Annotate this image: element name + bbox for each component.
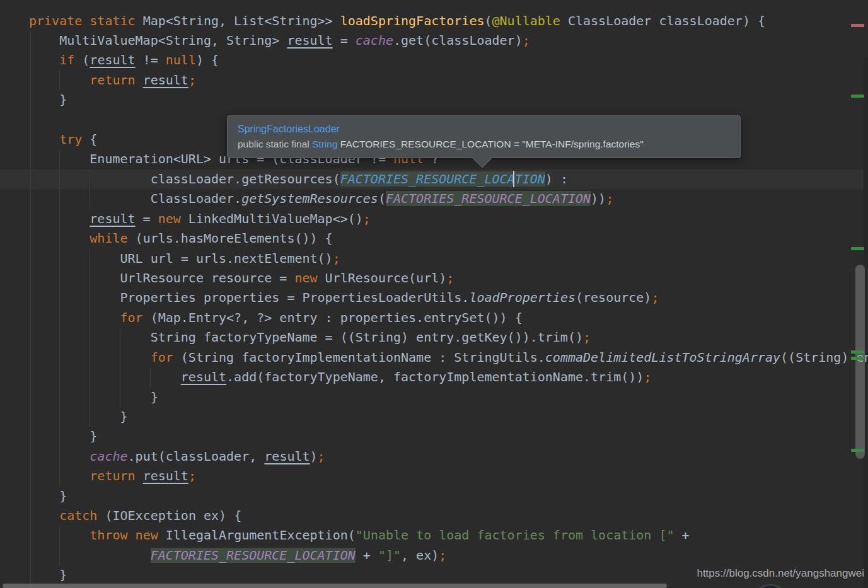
code-token: UrlResource(url) [318, 270, 447, 285]
code-token: } [29, 488, 67, 504]
code-token: return [90, 468, 135, 483]
code-token: cache [356, 33, 393, 48]
code-token [29, 52, 59, 67]
code-token: = [136, 211, 158, 226]
code-token: (IOException ex) { [97, 508, 241, 523]
code-token [29, 548, 151, 563]
code-token: FACTORIES_RESOURCE_LOCATION [386, 191, 591, 206]
code-line[interactable]: private static Map<String, List<String>>… [29, 11, 868, 31]
code-line[interactable]: UrlResource resource = new UrlResource(u… [29, 268, 868, 288]
code-token: , ex) [401, 548, 439, 563]
code-token: UrlResource resource = [29, 270, 294, 285]
code-editor[interactable]: private static Map<String, List<String>>… [0, 0, 868, 588]
code-token: ; [523, 33, 530, 48]
code-line[interactable]: } [29, 487, 868, 506]
code-token: ; [606, 191, 613, 206]
code-line[interactable]: FACTORIES_RESOURCE_LOCATION + "]", ex); [29, 546, 868, 565]
code-token: (String factoryImplementationName : Stri… [173, 350, 545, 365]
code-text[interactable]: private static Map<String, List<String>>… [29, 11, 868, 585]
code-token: if [59, 52, 74, 67]
code-line[interactable]: while (urls.hasMoreElements()) { [29, 229, 868, 248]
code-line[interactable]: } [29, 90, 868, 110]
code-token: MultiValueMap<String, String> [29, 33, 287, 48]
code-token [29, 369, 181, 384]
code-line[interactable]: catch (IOException ex) { [29, 506, 868, 526]
code-token: result [90, 52, 135, 67]
code-token: return [90, 72, 135, 88]
code-token: ) { [196, 52, 219, 67]
code-token: while [90, 231, 127, 246]
vertical-scrollbar-thumb[interactable] [855, 265, 865, 459]
code-line[interactable]: return result; [29, 466, 868, 486]
code-token: .add(factoryTypeName, factoryImplementat… [226, 369, 644, 384]
code-line[interactable]: } [29, 388, 868, 407]
code-token: (Map.Entry<?, ?> entry : properties.entr… [143, 310, 523, 325]
code-line[interactable]: if (result != null) { [29, 50, 868, 70]
code-line[interactable]: return result; [29, 71, 868, 90]
code-token: cache [90, 449, 127, 464]
code-token [29, 72, 90, 88]
code-token [29, 527, 90, 543]
tooltip-signature-token: public static final [238, 139, 312, 149]
error-stripe-mark-green[interactable] [851, 247, 864, 250]
code-token [136, 468, 143, 483]
code-token: String factoryTypeName = ((String) entry… [29, 330, 583, 345]
code-line[interactable]: } [29, 427, 868, 446]
code-token: ; [439, 548, 446, 563]
code-line[interactable]: for (String factoryImplementationName : … [29, 348, 868, 367]
code-token: classLoader.getResources( [29, 171, 340, 187]
code-token: ; [188, 72, 196, 88]
code-token: result [181, 369, 226, 384]
code-token: LinkedMultiValueMap<>() [181, 211, 363, 226]
code-token: ) [310, 449, 318, 464]
code-token: loadSpringFactories [340, 13, 485, 28]
code-token [29, 468, 90, 483]
code-token: ; [363, 211, 371, 226]
code-token: IllegalArgumentException( [158, 527, 356, 543]
error-stripe-mark-green[interactable] [851, 357, 864, 360]
tooltip-class-link[interactable]: SpringFactoriesLoader [238, 122, 730, 136]
code-token: } [29, 409, 128, 424]
code-line[interactable]: ClassLoader.getSystemResources(FACTORIES… [29, 189, 868, 209]
code-token [29, 231, 90, 246]
code-token: ; [583, 330, 591, 345]
error-stripe-mark-green[interactable] [851, 350, 864, 354]
code-token: ) : [545, 171, 568, 187]
code-token: URL url = urls.nextElement() [29, 251, 333, 266]
code-line[interactable]: throw new IllegalArgumentException("Unab… [29, 526, 868, 545]
error-stripe-mark-green[interactable] [851, 95, 864, 98]
code-line[interactable]: MultiValueMap<String, String> result = c… [29, 31, 868, 50]
code-line[interactable]: cache.put(classLoader, result); [29, 447, 868, 466]
code-token: commaDelimitedListToStringArray [545, 350, 780, 365]
code-line[interactable]: classLoader.getResources(FACTORIES_RESOU… [29, 170, 868, 189]
code-token: loadProperties [469, 290, 576, 305]
code-line[interactable]: result = new LinkedMultiValueMap<>(); [29, 209, 868, 229]
code-token: ; [651, 290, 659, 305]
code-token: try [59, 132, 82, 147]
error-stripe-mark-pink[interactable] [851, 24, 864, 27]
error-stripe-mark-green[interactable] [851, 449, 864, 452]
horizontal-scrollbar-thumb[interactable] [3, 584, 667, 588]
code-token: Properties properties = PropertiesLoader… [29, 290, 469, 305]
code-token: ; [188, 468, 196, 483]
code-line[interactable]: result.add(factoryTypeName, factoryImple… [29, 367, 868, 387]
code-token [29, 310, 120, 325]
code-token: "]" [378, 548, 401, 563]
code-line[interactable]: URL url = urls.nextElement(); [29, 249, 868, 268]
code-token: ClassLoader. [29, 191, 241, 206]
code-line[interactable]: String factoryTypeName = ((String) entry… [29, 328, 868, 347]
code-token: ( [74, 52, 90, 67]
code-token: } [29, 389, 158, 405]
code-line[interactable]: } [29, 407, 868, 427]
code-token: for [151, 350, 173, 365]
code-token [29, 211, 90, 226]
code-token: result [287, 33, 332, 48]
code-token: { [82, 132, 97, 147]
code-line[interactable]: Properties properties = PropertiesLoader… [29, 288, 868, 308]
code-token: null [166, 52, 196, 67]
code-token: "Unable to load factories from location … [356, 527, 674, 543]
code-line[interactable]: for (Map.Entry<?, ?> entry : properties.… [29, 308, 868, 328]
code-token: (urls.hasMoreElements()) { [128, 231, 333, 246]
tooltip-signature-token: FACTORIES_RESOURCE_LOCATION = "META-INF/… [338, 139, 644, 149]
code-token: result [143, 72, 188, 88]
